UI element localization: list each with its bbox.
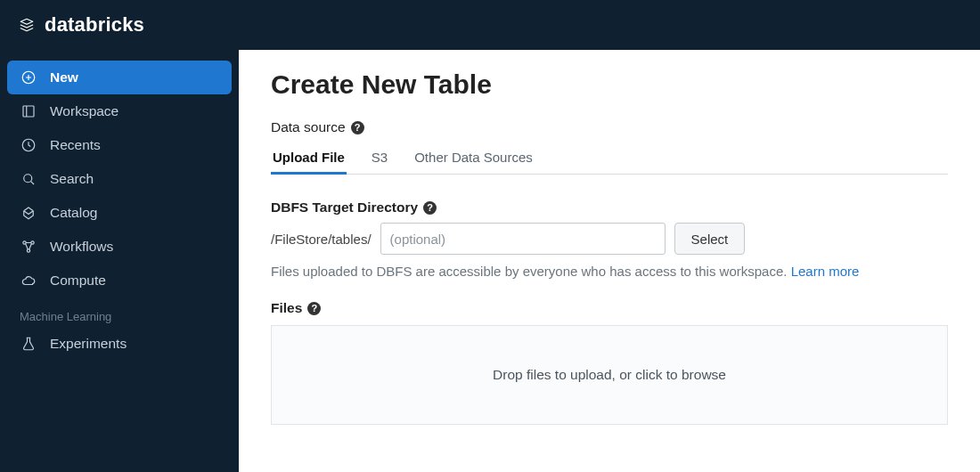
tab-other-data-sources[interactable]: Other Data Sources — [412, 142, 535, 174]
search-icon — [20, 170, 37, 188]
workflows-icon — [20, 238, 37, 256]
dbfs-path-prefix: /FileStore/tables/ — [271, 232, 372, 247]
data-source-tabs: Upload File S3 Other Data Sources — [271, 142, 948, 175]
brand-name: databricks — [45, 13, 144, 37]
dbfs-target-label: DBFS Target Directory ? — [271, 199, 948, 216]
sidebar-item-label: Catalog — [50, 205, 97, 221]
sidebar-item-label: Experiments — [50, 336, 127, 352]
sidebar-item-label: Recents — [50, 137, 101, 153]
flask-icon — [20, 335, 37, 353]
sidebar-item-label: Compute — [50, 273, 106, 289]
svg-rect-1 — [23, 106, 34, 117]
databricks-logo-icon — [18, 16, 36, 34]
help-icon[interactable]: ? — [423, 201, 437, 215]
svg-point-3 — [24, 175, 32, 183]
sidebar-item-label: Workspace — [50, 103, 118, 119]
app-header: databricks — [0, 0, 980, 50]
tab-upload-file[interactable]: Upload File — [271, 142, 347, 174]
help-icon[interactable]: ? — [307, 302, 321, 315]
brand-logo[interactable]: databricks — [18, 13, 144, 37]
tab-s3[interactable]: S3 — [370, 142, 389, 174]
catalog-icon — [20, 204, 37, 222]
clock-icon — [20, 136, 37, 154]
sidebar-section-ml: Machine Learning — [7, 297, 232, 327]
svg-point-6 — [27, 249, 29, 252]
files-label: Files ? — [271, 300, 948, 316]
sidebar-item-catalog[interactable]: Catalog — [7, 196, 232, 230]
sidebar: New Workspace Recents Search Catalog — [0, 50, 239, 472]
main-content: Create New Table Data source ? Upload Fi… — [239, 50, 980, 472]
page-title: Create New Table — [271, 69, 948, 100]
sidebar-item-compute[interactable]: Compute — [7, 264, 232, 297]
sidebar-item-workflows[interactable]: Workflows — [7, 230, 232, 264]
dbfs-path-row: /FileStore/tables/ Select — [271, 223, 948, 255]
workspace-icon — [20, 102, 37, 120]
select-button[interactable]: Select — [674, 223, 746, 255]
sidebar-item-label: Search — [50, 171, 94, 187]
data-source-label: Data source ? — [271, 119, 948, 135]
sidebar-item-workspace[interactable]: Workspace — [7, 94, 232, 128]
sidebar-item-label: New — [50, 69, 78, 85]
sidebar-item-label: Workflows — [50, 239, 113, 255]
dropzone-text: Drop files to upload, or click to browse — [493, 367, 726, 383]
dbfs-helper-text: Files uploaded to DBFS are accessible by… — [271, 264, 948, 279]
plus-circle-icon — [20, 69, 37, 86]
file-dropzone[interactable]: Drop files to upload, or click to browse — [271, 325, 948, 425]
learn-more-link[interactable]: Learn more — [791, 264, 860, 279]
cloud-icon — [20, 272, 37, 289]
sidebar-item-experiments[interactable]: Experiments — [7, 327, 232, 361]
dbfs-directory-input[interactable] — [380, 223, 666, 255]
sidebar-item-new[interactable]: New — [7, 61, 232, 94]
help-icon[interactable]: ? — [351, 121, 364, 134]
sidebar-item-recents[interactable]: Recents — [7, 128, 232, 162]
sidebar-item-search[interactable]: Search — [7, 162, 232, 196]
